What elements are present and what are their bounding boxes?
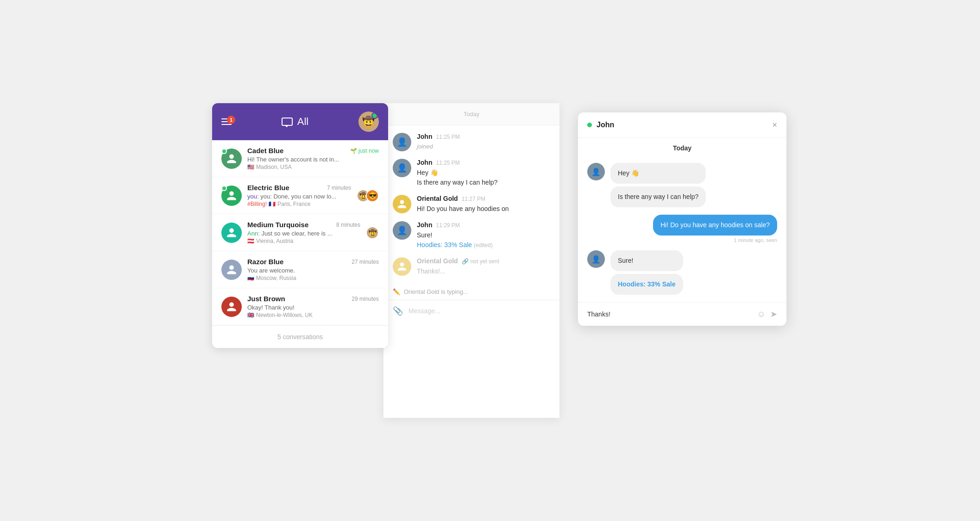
bubble-sure: Sure! <box>610 250 683 271</box>
msg-time: 11:25 PM <box>436 160 459 166</box>
msg-avatar-oriental-gold <box>393 195 411 213</box>
middle-date-divider: Today <box>383 103 559 125</box>
msg-body: John 11:29 PM Sure!Hoodies: 33% Sale (ed… <box>417 221 493 250</box>
msg-time: 11:29 PM <box>436 222 459 229</box>
msg-sender: John <box>417 159 432 166</box>
right-msg-incoming-hey: 👤 Hey 👋 Is there any way I can help? <box>587 163 777 207</box>
conversations-list: Cadet Blue 🌱 just now Hi! The owner's ac… <box>212 140 388 325</box>
right-msg-outgoing: Hi! Do you have any hoodies on sale? 1 m… <box>587 215 777 243</box>
msg-body: John 11:25 PM joined <box>417 133 460 151</box>
right-msg-incoming-sure: 👤 Sure! Hoodies: 33% Sale <box>587 250 777 295</box>
msg-text: Hey 👋Is there any way I can help? <box>417 168 497 187</box>
attach-icon[interactable]: 📎 <box>393 306 403 316</box>
emoji-button[interactable]: ☺ <box>757 310 766 319</box>
msg-text: Hi! Do you have any hoodies on <box>417 204 509 214</box>
user-avatar-image: 🤠 <box>358 112 379 132</box>
conv-name: Cadet Blue <box>247 147 283 155</box>
conv-meta: #Billing! 🇫🇷 Paris, France <box>247 201 351 207</box>
conv-time: 27 minutes <box>352 259 379 265</box>
msg-avatar-john: 👤 <box>393 133 411 151</box>
conv-content-medium-turquoise: Medium Turquoise 8 minutes Ann: Just so … <box>247 221 360 244</box>
msg-time: 11:27 PM <box>462 196 485 202</box>
conversation-item-razor-blue[interactable]: Razor Blue 27 minutes You are welcome. 🇷… <box>212 251 388 288</box>
message-input[interactable] <box>408 307 550 315</box>
message-john-sure: 👤 John 11:29 PM Sure!Hoodies: 33% Sale (… <box>393 221 550 250</box>
outgoing-group: Hi! Do you have any hoodies on sale? 1 m… <box>653 215 777 243</box>
conversations-footer: 5 conversations <box>212 325 388 348</box>
msg-text: Thanks!... <box>417 267 499 276</box>
message-og-hoodies: Oriental Gold 11:27 PM Hi! Do you have a… <box>393 195 550 214</box>
app-container: 1 All 🤠 Cadet Blue 🌱 just no <box>212 103 768 418</box>
online-dot <box>587 123 592 127</box>
messages-list: 👤 John 11:25 PM joined 👤 John <box>383 125 559 284</box>
conversation-item-just-brown[interactable]: Just Brown 29 minutes Okay! Thank you! 🇬… <box>212 288 388 325</box>
bubble-group: Hey 👋 Is there any way I can help? <box>610 163 706 207</box>
right-message-input[interactable] <box>587 310 753 318</box>
right-messages: 👤 Hey 👋 Is there any way I can help? Hi!… <box>578 158 786 302</box>
right-avatar-john: 👤 <box>587 163 605 180</box>
middle-panel: Today 👤 John 11:25 PM joined 👤 <box>383 103 559 418</box>
conv-avatar-razor-blue <box>221 260 242 280</box>
online-indicator <box>221 149 227 154</box>
msg-body: John 11:25 PM Hey 👋Is there any way I ca… <box>417 159 497 187</box>
conv-meta: 🇦🇹 Vienna, Austria <box>247 238 360 244</box>
conv-content-just-brown: Just Brown 29 minutes Okay! Thank you! 🇬… <box>247 295 379 318</box>
bubble-hoodies-link: Hoodies: 33% Sale <box>610 274 683 295</box>
bubble-help: Is there any way I can help? <box>610 186 706 207</box>
conv-preview: Ann: Just so we clear, here is ... <box>247 230 360 237</box>
participant-avatars: 🤠 😎 <box>357 189 379 202</box>
conv-content-razor-blue: Razor Blue 27 minutes You are welcome. 🇷… <box>247 258 379 281</box>
left-panel: 1 All 🤠 Cadet Blue 🌱 just no <box>212 103 388 348</box>
msg-sender: Oriental Gold <box>417 195 458 202</box>
message-john-hey: 👤 John 11:25 PM Hey 👋Is there any way I … <box>393 159 550 187</box>
right-date-divider: Today <box>578 138 786 158</box>
close-button[interactable]: × <box>772 121 777 129</box>
conv-avatar-just-brown <box>221 297 242 317</box>
msg-text: joined <box>417 142 460 151</box>
msg-body: Oriental Gold 🔗 not yet sent Thanks!... <box>417 257 499 276</box>
conv-time: 29 minutes <box>352 296 379 302</box>
conv-content-electric-blue: Electric Blue 7 minutes you: you: Done, … <box>247 184 351 207</box>
header-avatar[interactable]: 🤠 <box>358 112 379 132</box>
conversation-item-electric-blue[interactable]: Electric Blue 7 minutes you: you: Done, … <box>212 177 388 214</box>
right-input-area: ☺ ➤ <box>578 302 786 326</box>
msg-sender: John <box>417 221 432 229</box>
right-panel: John × Today 👤 Hey 👋 Is there any way I … <box>578 112 786 326</box>
bubble-group: Sure! Hoodies: 33% Sale <box>610 250 683 295</box>
msg-sender: John <box>417 133 432 140</box>
chat-icon <box>282 118 293 126</box>
pencil-icon: ✏️ <box>393 288 400 295</box>
conv-name: Just Brown <box>247 295 285 303</box>
msg-text: Sure!Hoodies: 33% Sale (edited) <box>417 230 493 250</box>
bubble-hoodies-question: Hi! Do you have any hoodies on sale? <box>653 215 777 236</box>
left-header: 1 All 🤠 <box>212 103 388 140</box>
right-panel-header: John × <box>578 112 786 138</box>
right-username: John <box>597 121 614 129</box>
msg-avatar-oriental-gold <box>393 257 411 276</box>
conv-avatar-electric-blue <box>221 186 242 206</box>
header-title: All <box>282 116 308 128</box>
message-input-area: 📎 <box>383 300 559 322</box>
conv-avatar-medium-turquoise <box>221 223 242 243</box>
conversation-item-medium-turquoise[interactable]: Medium Turquoise 8 minutes Ann: Just so … <box>212 214 388 251</box>
right-user-info: John <box>587 121 614 129</box>
msg-body: Oriental Gold 11:27 PM Hi! Do you have a… <box>417 195 509 214</box>
msg-meta: 1 minute ago, seen <box>734 237 777 243</box>
bubble-hey: Hey 👋 <box>610 163 706 184</box>
conv-preview: You are welcome. <box>247 267 379 274</box>
conv-time: 🌱 just now <box>350 148 379 154</box>
msg-avatar-john: 👤 <box>393 221 411 240</box>
menu-button[interactable]: 1 <box>221 118 232 125</box>
conv-time: 8 minutes <box>336 222 360 228</box>
conv-meta: 🇷🇺 Moscow, Russia <box>247 275 379 281</box>
message-og-thanks: Oriental Gold 🔗 not yet sent Thanks!... <box>393 257 550 276</box>
conversation-item-cadet-blue[interactable]: Cadet Blue 🌱 just now Hi! The owner's ac… <box>212 140 388 177</box>
typing-indicator: ✏️ Oriental Gold is typing... <box>383 284 559 300</box>
conv-preview: Hi! The owner's account is not in... <box>247 156 379 163</box>
message-joined: 👤 John 11:25 PM joined <box>393 133 550 151</box>
conv-avatar-cadet-blue <box>221 149 242 169</box>
conv-preview: Okay! Thank you! <box>247 304 379 311</box>
conv-name: Razor Blue <box>247 258 283 266</box>
send-button[interactable]: ➤ <box>770 309 777 319</box>
right-avatar-john: 👤 <box>587 250 605 268</box>
